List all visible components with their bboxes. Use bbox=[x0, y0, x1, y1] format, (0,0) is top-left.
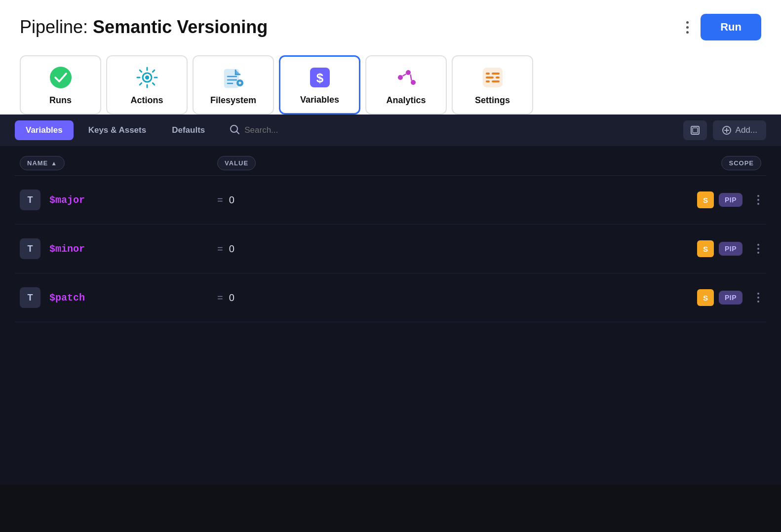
check-circle-icon bbox=[48, 65, 74, 90]
settings-icon bbox=[480, 65, 506, 90]
pipeline-prefix: Pipeline: bbox=[20, 17, 88, 37]
sort-value-button[interactable]: VALUE bbox=[217, 156, 256, 170]
svg-line-13 bbox=[402, 74, 406, 76]
col-value-header: VALUE bbox=[217, 156, 663, 170]
scope-pip-badge: PIP bbox=[719, 242, 742, 256]
var-value: 0 bbox=[229, 194, 234, 206]
var-scope-col: S PIP bbox=[663, 240, 761, 257]
dot1 bbox=[757, 293, 759, 295]
svg-text:$: $ bbox=[316, 71, 323, 85]
tab-variables-label: Variables bbox=[300, 95, 339, 105]
scope-s-badge: S bbox=[697, 191, 714, 208]
tab-filesystem[interactable]: Filesystem bbox=[193, 55, 274, 114]
var-name: $minor bbox=[49, 243, 85, 255]
table-row: T $patch = 0 S PIP bbox=[15, 273, 766, 322]
svg-rect-16 bbox=[486, 73, 490, 75]
pipeline-name: Semantic Versioning bbox=[93, 17, 268, 37]
var-value-col: = 0 bbox=[217, 243, 663, 255]
scope-s-badge: S bbox=[697, 289, 714, 306]
search-input[interactable] bbox=[244, 125, 368, 135]
sort-name-button[interactable]: NAME ▲ bbox=[20, 156, 65, 170]
tab-actions-label: Actions bbox=[130, 95, 163, 106]
tab-settings[interactable]: Settings bbox=[452, 55, 533, 114]
var-scope-col: S PIP bbox=[663, 289, 761, 306]
var-value-col: = 0 bbox=[217, 194, 663, 206]
svg-line-14 bbox=[410, 75, 411, 80]
main-tabs: Runs Actions bbox=[20, 55, 761, 114]
dot2 bbox=[757, 248, 759, 250]
svg-rect-25 bbox=[693, 128, 698, 133]
dot1 bbox=[757, 244, 759, 246]
var-name-col: T $minor bbox=[20, 238, 217, 259]
svg-rect-20 bbox=[486, 80, 490, 82]
search-area bbox=[230, 124, 679, 137]
sort-arrow-icon: ▲ bbox=[51, 160, 57, 167]
var-type-icon: T bbox=[20, 238, 40, 259]
svg-point-0 bbox=[50, 67, 72, 88]
col-scope-header: SCOPE bbox=[663, 156, 761, 170]
dot3 bbox=[686, 31, 689, 34]
analytics-icon bbox=[393, 65, 419, 90]
svg-rect-19 bbox=[496, 76, 500, 78]
tab-actions[interactable]: Actions bbox=[106, 55, 188, 114]
var-value-col: = 0 bbox=[217, 292, 663, 304]
var-value: 0 bbox=[229, 292, 234, 304]
svg-rect-17 bbox=[492, 73, 500, 75]
svg-point-10 bbox=[398, 75, 403, 80]
search-icon bbox=[230, 124, 239, 137]
svg-point-2 bbox=[145, 76, 149, 79]
dot1 bbox=[757, 195, 759, 197]
table-row: T $minor = 0 S PIP bbox=[15, 225, 766, 273]
run-button[interactable]: Run bbox=[701, 14, 761, 40]
svg-rect-18 bbox=[486, 76, 494, 78]
sub-nav: Variables Keys & Assets Defaults bbox=[0, 114, 781, 146]
page-title: Pipeline: Semantic Versioning bbox=[20, 17, 268, 38]
sub-tab-keys-assets[interactable]: Keys & Assets bbox=[78, 120, 157, 140]
row-more-button[interactable] bbox=[755, 242, 761, 256]
dot1 bbox=[686, 21, 689, 24]
var-type-icon: T bbox=[20, 287, 40, 308]
sub-tab-defaults[interactable]: Defaults bbox=[161, 120, 216, 140]
var-name-col: T $patch bbox=[20, 287, 217, 308]
svg-rect-21 bbox=[492, 80, 500, 82]
more-menu-button[interactable] bbox=[682, 17, 693, 38]
row-more-button[interactable] bbox=[755, 193, 761, 207]
tab-filesystem-label: Filesystem bbox=[210, 95, 256, 106]
dot2 bbox=[757, 199, 759, 201]
svg-point-11 bbox=[406, 70, 411, 75]
tab-runs-label: Runs bbox=[49, 95, 72, 106]
svg-point-12 bbox=[411, 80, 416, 85]
dot2 bbox=[757, 297, 759, 299]
tab-runs[interactable]: Runs bbox=[20, 55, 101, 114]
col-scope-label: SCOPE bbox=[729, 159, 754, 167]
col-name-label: NAME bbox=[27, 159, 48, 167]
table-row: T $major = 0 S PIP bbox=[15, 176, 766, 225]
dot3 bbox=[757, 252, 759, 254]
dot3 bbox=[757, 203, 759, 205]
add-button[interactable]: Add... bbox=[713, 120, 766, 140]
col-name-header: NAME ▲ bbox=[20, 156, 217, 170]
add-label: Add... bbox=[736, 125, 757, 135]
var-name: $major bbox=[49, 194, 85, 206]
header: Pipeline: Semantic Versioning Run Runs bbox=[0, 0, 781, 114]
tab-analytics[interactable]: Analytics bbox=[365, 55, 447, 114]
sub-nav-actions: Add... bbox=[683, 120, 766, 140]
dot2 bbox=[686, 26, 689, 29]
scope-pip-badge: PIP bbox=[719, 291, 742, 304]
expand-button[interactable] bbox=[683, 120, 707, 140]
tab-settings-label: Settings bbox=[475, 95, 510, 106]
variables-table: NAME ▲ VALUE SCOPE T $major = bbox=[0, 146, 781, 322]
equals-sign: = bbox=[217, 194, 223, 206]
equals-sign: = bbox=[217, 243, 223, 255]
row-more-button[interactable] bbox=[755, 291, 761, 304]
table-header: NAME ▲ VALUE SCOPE bbox=[15, 146, 766, 176]
dollar-icon: $ bbox=[307, 65, 333, 90]
var-name-col: T $major bbox=[20, 190, 217, 210]
tab-variables[interactable]: $ Variables bbox=[279, 55, 360, 114]
gear-icon bbox=[134, 65, 160, 90]
scope-pip-badge: PIP bbox=[719, 193, 742, 207]
var-name: $patch bbox=[49, 292, 85, 304]
sort-scope-button[interactable]: SCOPE bbox=[721, 156, 761, 170]
var-scope-col: S PIP bbox=[663, 191, 761, 208]
sub-tab-variables[interactable]: Variables bbox=[15, 120, 74, 140]
